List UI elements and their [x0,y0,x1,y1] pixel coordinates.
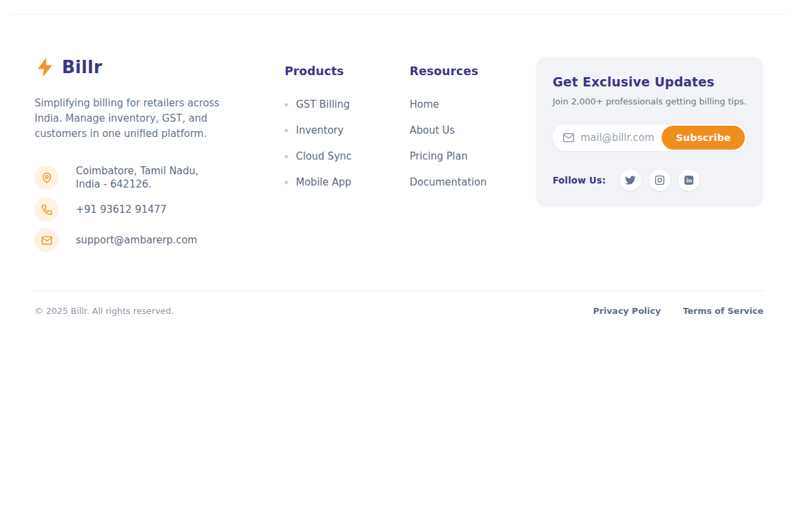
contact-list: Coimbatore, Tamil Nadu, India - 642126. … [35,164,285,252]
resources-column: Resources Home About Us Pricing Plan Doc… [410,57,536,202]
linkedin-icon[interactable] [678,170,700,191]
terms-of-service-link[interactable]: Terms of Service [683,306,763,316]
mail-icon [35,228,59,252]
subscribe-button[interactable]: Subscribe [662,126,745,150]
newsletter-title: Get Exclusive Updates [553,74,747,89]
twitter-icon[interactable] [620,170,641,191]
brand-logo[interactable]: Billr [35,57,285,78]
newsletter-subtitle: Join 2,000+ professionals getting billin… [553,96,747,106]
newsletter-card: Get Exclusive Updates Join 2,000+ profes… [536,57,763,207]
bullet-dot [285,103,288,106]
link-gst-billing[interactable]: GST Billing [285,98,410,110]
link-cloud-sync[interactable]: Cloud Sync [285,150,410,162]
location-pin-icon [35,166,59,190]
bullet-dot [285,155,288,158]
copyright-text: © 2025 Billr. All rights reserved. [35,306,174,316]
link-documentation[interactable]: Documentation [410,176,536,188]
contact-row-address: Coimbatore, Tamil Nadu, India - 642126. [35,164,285,191]
subscribe-form: Subscribe [553,124,747,151]
resources-link-list: Home About Us Pricing Plan Documentation [410,98,536,188]
follow-row: Follow Us: [553,170,747,191]
contact-row-phone[interactable]: +91 93612 91477 [35,198,285,221]
link-mobile-app[interactable]: Mobile App [285,176,410,188]
products-column: Products GST Billing Inventory Cloud Syn… [285,57,410,202]
address-text: Coimbatore, Tamil Nadu, India - 642126. [76,164,199,191]
products-link-list: GST Billing Inventory Cloud Sync Mobile … [285,98,410,188]
footer-bottom-bar: © 2025 Billr. All rights reserved. Priva… [35,291,763,316]
privacy-policy-link[interactable]: Privacy Policy [593,306,661,316]
footer: Billr Simplifying billing for retailers … [0,15,798,252]
contact-row-email[interactable]: support@ambarerp.com [35,228,285,252]
bullet-dot [285,181,288,184]
follow-us-label: Follow Us: [553,175,606,186]
social-list [620,170,700,191]
link-inventory[interactable]: Inventory [285,124,410,136]
link-about-us[interactable]: About Us [410,124,536,136]
email-text: support@ambarerp.com [76,233,198,247]
phone-text: +91 93612 91477 [76,203,167,216]
bullet-dot [285,129,288,132]
link-pricing-plan[interactable]: Pricing Plan [410,150,536,162]
phone-icon [35,198,59,221]
brand-name: Billr [62,57,102,77]
brand-column: Billr Simplifying billing for retailers … [35,57,285,252]
resources-title: Resources [410,65,536,78]
brand-tagline: Simplifying billing for retailers across… [35,96,242,142]
instagram-icon[interactable] [649,170,670,191]
email-input[interactable] [581,132,674,144]
legal-links: Privacy Policy Terms of Service [593,306,763,316]
products-title: Products [285,65,410,78]
lightning-bolt-icon [35,57,56,78]
link-home[interactable]: Home [410,98,536,110]
mail-input-icon [563,132,575,144]
